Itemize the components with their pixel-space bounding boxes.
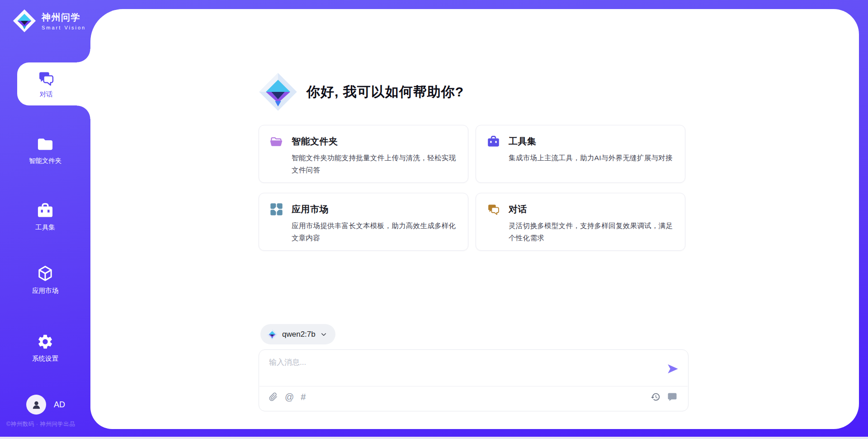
card-header: 智能文件夹 xyxy=(270,135,457,148)
sidebar-item-label: 应用市场 xyxy=(32,286,58,295)
folder-open-icon xyxy=(270,135,283,148)
card-description: 智能文件夹功能支持批量文件上传与清洗，轻松实现文件问答 xyxy=(292,152,457,176)
sidebar-item-chat[interactable]: 对话 xyxy=(17,62,90,105)
card-title: 工具集 xyxy=(509,135,537,148)
conversations-button[interactable] xyxy=(667,392,677,402)
card-header: 对话 xyxy=(487,203,674,216)
brand-name: 神州问学 xyxy=(42,11,86,24)
topic-button[interactable]: # xyxy=(301,392,306,402)
feature-cards: 智能文件夹 智能文件夹功能支持批量文件上传与清洗，轻松实现文件问答 工具集 集成… xyxy=(259,125,685,251)
card-app-market[interactable]: 应用市场 应用市场提供丰富长文本模板，助力高效生成多样化文章内容 xyxy=(259,193,468,251)
brand-subtitle: Smart Vision xyxy=(42,25,86,30)
mention-button[interactable]: @ xyxy=(285,392,294,402)
copyright: ©神州数码 · 神州问学出品 xyxy=(6,420,75,428)
model-selector[interactable]: qwen2:7b xyxy=(260,324,335,344)
message-icon xyxy=(667,392,677,402)
card-toolset[interactable]: 工具集 集成市场上主流工具，助力AI与外界无缝扩展与对接 xyxy=(476,125,685,183)
paperclip-icon xyxy=(268,392,278,402)
card-description: 应用市场提供丰富长文本模板，助力高效生成多样化文章内容 xyxy=(292,220,457,244)
composer-tools-right xyxy=(651,392,677,402)
sidebar-item-label: 工具集 xyxy=(35,223,55,232)
brand-logo: 神州问学 Smart Vision xyxy=(13,9,86,33)
gear-icon xyxy=(37,333,54,350)
chat-icon xyxy=(38,70,55,87)
sidebar-item-label: 智能文件夹 xyxy=(29,157,62,165)
toolbox-icon xyxy=(37,202,54,219)
sidebar-item-app-market[interactable]: 应用市场 xyxy=(0,263,90,297)
grid-icon xyxy=(270,203,283,216)
history-button[interactable] xyxy=(651,392,660,402)
sidebar: 神州问学 Smart Vision 对话 智能文件夹 工具集 应用市场 系统设置 xyxy=(0,0,90,439)
history-icon xyxy=(651,392,660,402)
model-gem-icon xyxy=(267,329,278,340)
composer-input-row xyxy=(259,350,688,386)
message-input[interactable] xyxy=(269,357,666,386)
card-title: 对话 xyxy=(509,203,527,215)
card-title: 智能文件夹 xyxy=(292,135,338,148)
card-description: 灵活切换多模型文件，支持多样回复效果调试，满足个性化需求 xyxy=(509,220,674,244)
card-chat[interactable]: 对话 灵活切换多模型文件，支持多样回复效果调试，满足个性化需求 xyxy=(476,193,685,251)
card-smart-folder[interactable]: 智能文件夹 智能文件夹功能支持批量文件上传与清洗，轻松实现文件问答 xyxy=(259,125,468,183)
greeting: 你好, 我可以如何帮助你? xyxy=(259,72,464,111)
send-icon xyxy=(666,363,679,375)
brand-gem-icon xyxy=(13,9,36,33)
user-icon xyxy=(31,399,42,410)
sidebar-item-label: 对话 xyxy=(40,90,53,99)
card-header: 应用市场 xyxy=(270,203,457,216)
chevron-down-icon xyxy=(320,331,327,338)
card-header: 工具集 xyxy=(487,135,674,148)
sidebar-item-smart-folder[interactable]: 智能文件夹 xyxy=(0,133,90,167)
app-root: 神州问学 Smart Vision 对话 智能文件夹 工具集 应用市场 系统设置 xyxy=(0,0,868,439)
sidebar-item-toolset[interactable]: 工具集 xyxy=(0,200,90,234)
cube-icon xyxy=(37,265,54,282)
card-description: 集成市场上主流工具，助力AI与外界无缝扩展与对接 xyxy=(509,152,674,164)
main-panel: 你好, 我可以如何帮助你? 智能文件夹 智能文件夹功能支持批量文件上传与清洗，轻… xyxy=(90,9,859,429)
brand-text: 神州问学 Smart Vision xyxy=(42,11,86,30)
card-title: 应用市场 xyxy=(292,203,329,215)
chat-icon xyxy=(487,203,500,216)
greeting-text: 你好, 我可以如何帮助你? xyxy=(307,83,464,101)
folder-icon xyxy=(37,135,54,153)
send-button[interactable] xyxy=(666,363,679,375)
bottom-edge xyxy=(0,437,868,439)
user-name: AD xyxy=(54,400,65,410)
avatar xyxy=(26,395,46,415)
sidebar-item-settings[interactable]: 系统设置 xyxy=(0,331,90,365)
toolbox-icon xyxy=(487,135,500,148)
composer: @ # xyxy=(259,349,689,411)
attach-button[interactable] xyxy=(268,392,278,402)
composer-toolbar: @ # xyxy=(259,387,688,411)
composer-tools-left: @ # xyxy=(268,392,306,402)
sidebar-item-label: 系统设置 xyxy=(32,354,58,363)
user-profile[interactable]: AD xyxy=(26,395,65,415)
logo-gem-icon xyxy=(259,72,297,111)
model-name: qwen2:7b xyxy=(282,330,316,339)
